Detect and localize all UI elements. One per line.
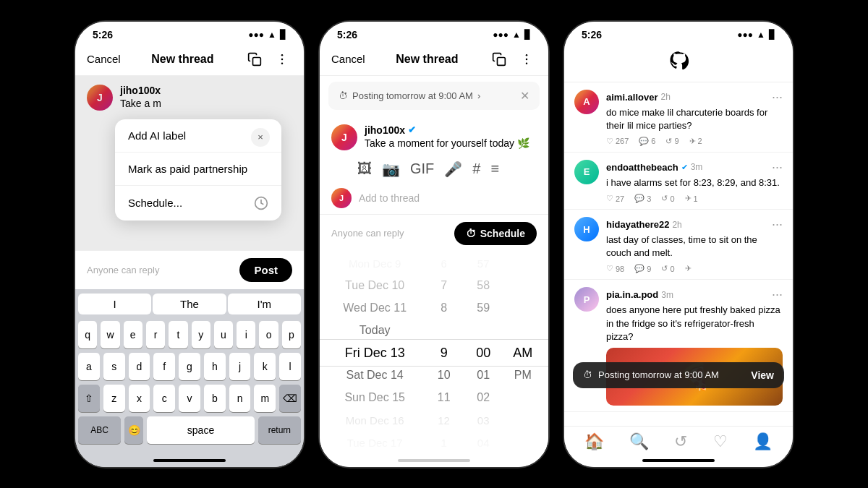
key-x[interactable]: x (129, 385, 150, 412)
wifi-icon-2: ▲ (512, 30, 521, 40)
copy-icon-2[interactable] (489, 49, 509, 69)
key-r[interactable]: r (146, 321, 165, 348)
camera-icon[interactable]: 📷 (382, 160, 400, 178)
schedule-clock-icon: ⏱ (466, 228, 476, 239)
key-i[interactable]: i (237, 321, 255, 348)
feed-share-3[interactable]: ✈ (685, 264, 692, 273)
home-bar-2 (398, 459, 470, 462)
key-f[interactable]: f (153, 353, 175, 380)
feed-username-3[interactable]: hidayathere22 (606, 219, 669, 230)
key-space[interactable]: space (147, 416, 254, 444)
cancel-button-1[interactable]: Cancel (87, 53, 121, 65)
key-backspace[interactable]: ⌫ (279, 385, 301, 412)
key-w[interactable]: w (101, 321, 119, 348)
key-p[interactable]: p (282, 321, 301, 348)
feed-like-2[interactable]: ♡ 27 (606, 194, 624, 203)
feed-actions-3: ♡ 98 💬 9 ↺ 0 ✈ (606, 264, 783, 273)
key-k[interactable]: k (254, 353, 276, 380)
picker-date-4: Fri Dec 13 (326, 342, 424, 364)
feed-more-3[interactable]: ··· (772, 217, 783, 232)
feed-repost-3[interactable]: ↺ 0 (661, 264, 674, 273)
key-g[interactable]: g (179, 353, 200, 380)
dropdown-item-paid-partnership[interactable]: Mark as paid partnership (115, 153, 281, 186)
key-abc[interactable]: ABC (78, 416, 121, 444)
more-tools-icon[interactable]: ≡ (490, 160, 499, 178)
feed-repost-1[interactable]: ↺ 9 (665, 137, 678, 146)
feed-post-header-2: endoatthebeach ✔ 3m ··· (606, 160, 783, 175)
key-shift[interactable]: ⇧ (78, 385, 100, 412)
toast-text: Posting tomorrow at 9:00 AM (598, 369, 745, 380)
feed-username-4[interactable]: pia.in.a.pod (606, 289, 658, 300)
feed-text-2: i have alarms set for 8:23, 8:29, and 8:… (606, 176, 783, 189)
key-e[interactable]: e (124, 321, 142, 348)
copy-icon[interactable] (244, 49, 265, 69)
nav-likes[interactable]: ♡ (713, 432, 728, 451)
nav-repost[interactable]: ↺ (674, 432, 687, 451)
dropdown-item-schedule[interactable]: Schedule... (115, 186, 281, 221)
more-icon[interactable] (272, 49, 292, 69)
kb-suggest-i[interactable]: I (78, 294, 151, 314)
nav-profile[interactable]: 👤 (753, 432, 773, 451)
close-banner-button[interactable]: ✕ (520, 89, 529, 103)
feed-comment-1[interactable]: 💬 6 (639, 137, 655, 146)
picker-col-min[interactable]: 57 58 59 00 01 02 03 04 (464, 252, 503, 454)
schedule-button[interactable]: ⏱ Schedule (454, 222, 537, 245)
nav-search[interactable]: 🔍 (629, 432, 649, 451)
post-button-1[interactable]: Post (239, 258, 292, 282)
feed-like-1[interactable]: ♡ 267 (606, 137, 629, 146)
key-y[interactable]: y (192, 321, 210, 348)
key-t[interactable]: t (169, 321, 187, 348)
key-a[interactable]: a (78, 353, 100, 380)
feed-repost-2[interactable]: ↺ 0 (661, 194, 674, 203)
key-h[interactable]: h (204, 353, 226, 380)
feed-share-1[interactable]: ✈ 2 (689, 137, 702, 146)
key-v[interactable]: v (179, 385, 200, 412)
key-l[interactable]: l (279, 353, 301, 380)
picker-min-5: 01 (464, 364, 503, 387)
key-d[interactable]: d (129, 353, 150, 380)
key-return[interactable]: return (258, 416, 301, 444)
key-j[interactable]: j (229, 353, 251, 380)
key-emoji[interactable]: 😊 (124, 416, 143, 444)
cancel-button-2[interactable]: Cancel (331, 53, 365, 65)
dropdown-cancel[interactable]: × (251, 128, 270, 147)
status-bar-2: 5:26 ●●● ▲ ▊ (320, 22, 548, 43)
picker-col-ampm[interactable]: AM PM (503, 252, 542, 454)
datetime-picker[interactable]: Mon Dec 9 Tue Dec 10 Wed Dec 11 Today Fr… (320, 252, 548, 454)
key-u[interactable]: u (214, 321, 233, 348)
feed-more-1[interactable]: ··· (772, 90, 783, 105)
feed-comment-2[interactable]: 💬 3 (634, 194, 651, 203)
key-o[interactable]: o (259, 321, 278, 348)
add-thread-text[interactable]: Add to thread (359, 192, 420, 204)
feed-username-1[interactable]: aimi.allover (606, 92, 658, 103)
kb-suggest-the[interactable]: The (153, 294, 226, 314)
schedule-banner[interactable]: ⏱ Posting tomorrow at 9:00 AM › ✕ (328, 82, 540, 110)
key-m[interactable]: m (254, 385, 276, 412)
key-z[interactable]: z (103, 385, 125, 412)
feed-more-2[interactable]: ··· (772, 160, 783, 175)
key-s[interactable]: s (103, 353, 125, 380)
picker-col-hour[interactable]: 6 7 8 9 10 11 12 1 (424, 252, 464, 454)
feed-like-3[interactable]: ♡ 98 (606, 264, 624, 273)
gif-icon[interactable]: GIF (410, 160, 434, 178)
mic-icon[interactable]: 🎤 (444, 160, 462, 178)
picker-ampm-spacer1 (503, 252, 542, 275)
more-icon-2[interactable] (516, 49, 537, 69)
key-q[interactable]: q (78, 321, 97, 348)
picker-ampm-spacer7 (503, 432, 542, 454)
kb-suggest-im[interactable]: I'm (228, 294, 301, 314)
key-b[interactable]: b (204, 385, 226, 412)
user-row-2: J jiho100x ✔ Take a moment for yourself … (320, 116, 548, 156)
key-n[interactable]: n (229, 385, 251, 412)
feed-username-2[interactable]: endoatthebeach (606, 162, 678, 173)
nav-home[interactable]: 🏠 (584, 432, 604, 451)
hashtag-icon[interactable]: # (472, 160, 480, 178)
picker-container: Mon Dec 9 Tue Dec 10 Wed Dec 11 Today Fr… (320, 252, 548, 454)
key-c[interactable]: c (153, 385, 175, 412)
picker-col-date[interactable]: Mon Dec 9 Tue Dec 10 Wed Dec 11 Today Fr… (326, 252, 424, 454)
toast-view-button[interactable]: View (751, 369, 774, 381)
image-icon[interactable]: 🖼 (357, 160, 372, 178)
feed-comment-3[interactable]: 💬 9 (634, 264, 651, 273)
feed-more-4[interactable]: ··· (772, 287, 783, 302)
feed-share-2[interactable]: ✈ 1 (685, 194, 698, 203)
